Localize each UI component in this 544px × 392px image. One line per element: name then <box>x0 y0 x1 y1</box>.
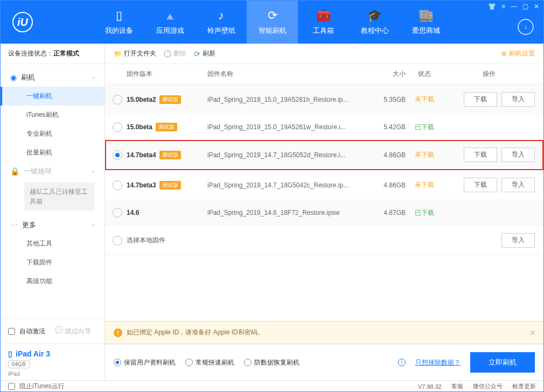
beta-tag: 测试版 <box>159 151 181 159</box>
apps-icon: ⟁ <box>166 9 173 23</box>
help-icon[interactable]: ! <box>398 359 406 366</box>
download-button[interactable]: 下载 <box>464 92 497 107</box>
firmware-size: 5.35GB <box>368 96 406 103</box>
erase-only-link[interactable]: 只想抹除数据？ <box>415 358 461 367</box>
content-area: 📁打开文件夹 –删除 ⟳刷新 ⚙刷机设置 固件版本 固件名称 大小 状态 操作 … <box>105 44 543 380</box>
app-name: 爱思助手 <box>38 0 83 187</box>
customer-service-link[interactable]: 客服 <box>451 382 463 390</box>
hat-icon: 🎓 <box>367 9 382 23</box>
row-radio[interactable] <box>113 208 122 218</box>
firmware-name: iPad_Spring_2019_14.7_18G5052d_Restore.i… <box>207 151 368 159</box>
table-header: 固件版本 固件名称 大小 状态 操作 <box>105 64 543 85</box>
flash-settings-button[interactable]: ⚙刷机设置 <box>501 49 535 58</box>
nav-my-device[interactable]: ▯我的设备 <box>93 1 144 44</box>
device-info: ▯iPad Air 3 64GB iPad <box>1 344 104 380</box>
open-folder-button[interactable]: 📁打开文件夹 <box>114 49 156 58</box>
main-nav: ▯我的设备 ⟁应用游戏 ♪铃声壁纸 ⟳智能刷机 🧰工具箱 🎓教程中心 🏬爱思商城 <box>93 1 451 44</box>
import-button[interactable]: 导入 <box>501 92 535 107</box>
phone-icon: ▯ <box>116 9 122 23</box>
firmware-status: 未下载 <box>406 150 443 159</box>
folder-icon: 📁 <box>114 50 122 58</box>
check-update-link[interactable]: 检查更新 <box>512 382 536 390</box>
firmware-size: 4.86GB <box>368 151 406 159</box>
logo-icon: iU <box>12 12 33 32</box>
firmware-size: 4.86GB <box>368 181 406 189</box>
sidebar-item-othertools[interactable]: 其他工具 <box>1 234 104 253</box>
window-controls: 👕 ≡ — ▢ ✕ <box>488 3 539 10</box>
storage-badge: 64GB <box>8 360 30 368</box>
maximize-icon[interactable]: ▢ <box>522 3 528 10</box>
option-quick[interactable]: 常规快速刷机 <box>185 358 234 367</box>
more-icon: ⋯ <box>10 221 18 229</box>
footer: 阻止iTunes运行 V7.98.32 客服 微信公众号 检查更新 <box>1 380 543 392</box>
download-button[interactable]: 下载 <box>464 178 497 192</box>
firmware-status: 已下载 <box>406 123 443 132</box>
tshirt-icon[interactable]: 👕 <box>488 3 496 10</box>
table-row[interactable]: 15.0beta2测试版iPad_Spring_2019_15.0_19A528… <box>105 85 543 115</box>
firmware-table: 15.0beta2测试版iPad_Spring_2019_15.0_19A528… <box>105 85 543 321</box>
nav-store[interactable]: 🏬爱思商城 <box>400 1 451 44</box>
gear-icon: ⚙ <box>501 50 507 58</box>
titlebar: iU 爱思助手 www.i4.cn ▯我的设备 ⟁应用游戏 ♪铃声壁纸 ⟳智能刷… <box>1 1 543 44</box>
row-radio[interactable] <box>113 95 122 104</box>
sidebar-group-more[interactable]: ⋯更多 <box>1 216 104 234</box>
option-antirecover[interactable]: 防数据恢复刷机 <box>244 358 299 367</box>
beta-tag: 测试版 <box>159 181 181 190</box>
import-button[interactable]: 导入 <box>501 178 535 192</box>
scroll-down-icon[interactable]: ↓ <box>518 19 534 35</box>
nav-tutorials[interactable]: 🎓教程中心 <box>349 1 400 44</box>
appleid-warning-banner: ! 如已绑定 Apple ID，请准备好 Apple ID和密码。 ✕ <box>105 321 543 344</box>
menu-icon[interactable]: ≡ <box>501 3 505 10</box>
sidebar-item-download[interactable]: 下载固件 <box>1 253 104 272</box>
block-itunes-checkbox[interactable]: 阻止iTunes运行 <box>8 380 65 392</box>
firmware-name: iPad_Spring_2019_15.0_19A5261w_Restore.i… <box>207 123 368 131</box>
nav-flash[interactable]: ⟳智能刷机 <box>247 1 298 44</box>
toolbar: 📁打开文件夹 –删除 ⟳刷新 ⚙刷机设置 <box>105 44 543 64</box>
firmware-status: 未下载 <box>406 95 443 104</box>
delete-icon: – <box>164 50 171 58</box>
refresh-icon: ⟳ <box>194 50 200 58</box>
table-row[interactable]: 14.7beta3测试版iPad_Spring_2019_14.7_18G504… <box>105 170 543 200</box>
nav-apps[interactable]: ⟁应用游戏 <box>144 1 196 44</box>
flash-now-button[interactable]: 立即刷机 <box>470 352 535 373</box>
store-icon: 🏬 <box>419 9 433 23</box>
firmware-status: 未下载 <box>406 180 443 190</box>
row-radio[interactable] <box>113 236 122 246</box>
firmware-size: 4.87GB <box>368 209 406 216</box>
firmware-status: 已下载 <box>406 208 443 218</box>
option-keep-data[interactable]: 保留用户资料刷机 <box>114 358 176 367</box>
firmware-name: iPad_Spring_2019_14.6_18F72_Restore.ipsw <box>207 209 368 216</box>
row-radio[interactable] <box>113 122 122 132</box>
skip-guide-checkbox: 跳过向导 <box>55 326 91 336</box>
row-radio[interactable] <box>113 180 122 190</box>
nav-ringtones[interactable]: ♪铃声壁纸 <box>196 1 247 44</box>
close-icon[interactable]: ✕ <box>534 3 539 10</box>
toolbox-icon: 🧰 <box>316 9 331 23</box>
wechat-link[interactable]: 微信公众号 <box>473 382 503 390</box>
music-icon: ♪ <box>218 9 224 23</box>
beta-tag: 测试版 <box>156 123 177 131</box>
action-bar: 保留用户资料刷机 常规快速刷机 防数据恢复刷机 ! 只想抹除数据？ 立即刷机 <box>105 344 543 380</box>
row-radio[interactable] <box>113 150 122 160</box>
table-row[interactable]: 15.0beta测试版iPad_Spring_2019_15.0_19A5261… <box>105 115 543 140</box>
import-button[interactable]: 导入 <box>501 148 535 162</box>
tablet-icon: ▯ <box>8 349 12 358</box>
refresh-button[interactable]: ⟳刷新 <box>194 49 215 58</box>
refresh-icon: ⟳ <box>268 9 277 23</box>
delete-button[interactable]: –删除 <box>164 49 186 58</box>
local-firmware-row[interactable]: 选择本地固件导入 <box>105 226 543 256</box>
app-url: www.i4.cn <box>38 187 83 194</box>
logo-area: iU 爱思助手 www.i4.cn <box>1 0 93 194</box>
sidebar-item-advanced[interactable]: 高级功能 <box>1 272 104 291</box>
auto-activate-checkbox[interactable]: 自动激活 跳过向导 <box>8 324 97 338</box>
table-row[interactable]: 14.7beta4测试版iPad_Spring_2019_14.7_18G505… <box>105 140 543 170</box>
firmware-size: 5.42GB <box>368 123 406 131</box>
banner-close-icon[interactable]: ✕ <box>529 328 536 337</box>
download-button[interactable]: 下载 <box>464 148 497 162</box>
beta-tag: 测试版 <box>159 95 181 104</box>
table-row[interactable]: 14.6iPad_Spring_2019_14.6_18F72_Restore.… <box>105 200 543 226</box>
minimize-icon[interactable]: — <box>511 3 517 10</box>
firmware-name: iPad_Spring_2019_15.0_19A5281h_Restore.i… <box>207 96 368 103</box>
import-button[interactable]: 导入 <box>501 233 535 248</box>
nav-tools[interactable]: 🧰工具箱 <box>298 1 349 44</box>
